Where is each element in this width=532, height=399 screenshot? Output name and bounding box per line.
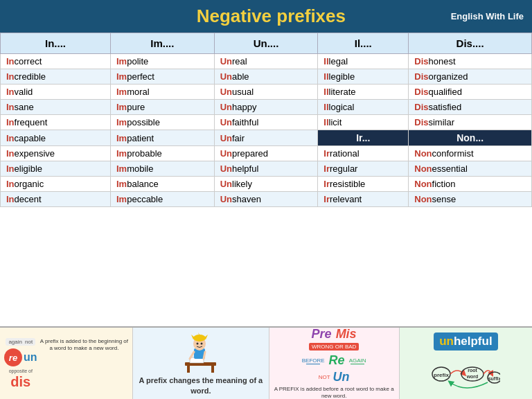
fp4-helpful: helpful	[454, 335, 493, 348]
table-section: In.... Im.... Un.... Il.... Dis.... Inco…	[0, 33, 532, 326]
fp3-again: AGAIN	[349, 357, 366, 364]
cell-incredible: Incredible	[1, 69, 111, 85]
footer: again not re un opposite of dis A prefix…	[0, 326, 532, 399]
cell-impolite: Impolite	[111, 54, 215, 69]
col-header-il: Il....	[318, 33, 409, 54]
fp3-not: NOT	[319, 374, 330, 380]
table-row: Ineligible Immobile Unhelpful Irregular …	[1, 161, 532, 177]
speech-not: not	[25, 339, 33, 345]
cell-illicit: Illicit	[318, 115, 409, 130]
col-header-un: Un....	[214, 33, 318, 54]
footer-panel-4: unhelpful prefix root word suffix	[400, 328, 532, 399]
cell-dishonest: Dishonest	[409, 54, 532, 69]
cell-illiterate: Illiterate	[318, 85, 409, 100]
svg-rect-1	[187, 366, 190, 373]
svg-text:prefix: prefix	[434, 372, 449, 378]
cell-invalid: Invalid	[1, 85, 111, 100]
cell-inorganic: Inorganic	[1, 177, 111, 192]
cell-imperfect: Imperfect	[111, 69, 215, 85]
re-circle: re	[4, 348, 22, 366]
table-row: Inorganic Imbalance Unlikely Irresistibl…	[1, 177, 532, 192]
speech-again: again	[8, 339, 22, 345]
col-header-ir: Ir...	[318, 130, 409, 146]
fp1-description: A prefix is added to the beginning of a …	[40, 338, 129, 353]
cell-insane: Insane	[1, 100, 111, 115]
svg-point-10	[197, 343, 199, 345]
col-header-im: Im....	[111, 33, 215, 54]
cell-impure: Impure	[111, 100, 215, 115]
col-header-in: In....	[1, 33, 111, 54]
cell-disorganized: Disorganized	[409, 69, 532, 85]
cell-unable: Unable	[214, 69, 318, 85]
cell-unhelpful: Unhelpful	[214, 161, 318, 177]
svg-text:word: word	[466, 374, 479, 379]
footer-panel-1: again not re un opposite of dis A prefix…	[0, 328, 133, 399]
cell-unhappy: Unhappy	[214, 100, 318, 115]
cell-irresistible: Irresistible	[318, 177, 409, 192]
table-row: Incredible Imperfect Unable Illegible Di…	[1, 69, 532, 85]
table-row: Indecent Impeccable Unshaven Irrelevant …	[1, 192, 532, 207]
cell-dissimilar: Dissimilar	[409, 115, 532, 130]
table-row: Invalid Immoral Unusual Illiterate Disqu…	[1, 85, 532, 100]
dis-label: dis	[10, 375, 30, 389]
fp3-before: BEFORE	[302, 357, 325, 364]
cell-irrelevant: Irrelevant	[318, 192, 409, 207]
cell-nonfiction: Nonfiction	[409, 177, 532, 192]
cell-unprepared: Unprepared	[214, 146, 318, 161]
col-header-dis: Dis....	[409, 33, 532, 54]
cell-improbable: Improbable	[111, 146, 215, 161]
fp3-mis: Mis	[336, 328, 357, 342]
cell-immobile: Immobile	[111, 161, 215, 177]
cell-immoral: Immoral	[111, 85, 215, 100]
opp-label: opposite of	[9, 369, 33, 373]
table-row: Inexpensive Improbable Unprepared Irrati…	[1, 146, 532, 161]
cell-nonessential: Nonessential	[409, 161, 532, 177]
cell-imbalance: Imbalance	[111, 177, 215, 192]
svg-text:root: root	[468, 368, 478, 373]
table-header-row: In.... Im.... Un.... Il.... Dis....	[1, 33, 532, 54]
cell-ineligible: Ineligible	[1, 161, 111, 177]
prefixes-table: In.... Im.... Un.... Il.... Dis.... Inco…	[0, 33, 532, 207]
cell-disqualified: Disqualified	[409, 85, 532, 100]
cell-nonsense: Nonsense	[409, 192, 532, 207]
un-label: un	[24, 351, 37, 364]
page-title: Negative prefixes	[91, 6, 451, 27]
fp3-desc: A PREFIX is added before a root word to …	[274, 386, 395, 399]
table-row: Insane Impure Unhappy Illogical Dissatis…	[1, 100, 532, 115]
cell-dissatisfied: Dissatisfied	[409, 100, 532, 115]
cell-illegible: Illegible	[318, 69, 409, 85]
fp3-wrong-bad: WRONG OR BAD	[309, 343, 359, 351]
cell-inexpensive: Inexpensive	[1, 146, 111, 161]
cell-indecent: Indecent	[1, 192, 111, 207]
cell-illogical: Illogical	[318, 100, 409, 115]
cell-incapable: Incapable	[1, 130, 111, 146]
cell-unfaithful: Unfaithful	[214, 115, 318, 130]
table-row-split: Incapable Impatient Unfair Ir... Non...	[1, 130, 532, 146]
fp3-re: Re	[329, 353, 345, 368]
table-row: Incorrect Impolite Unreal Illegal Dishon…	[1, 54, 532, 69]
cell-unreal: Unreal	[214, 54, 318, 69]
fp3-un: Un	[333, 370, 350, 384]
cell-illegal: Illegal	[318, 54, 409, 69]
header: Negative prefixes English With Life	[0, 0, 532, 33]
cell-infrequent: Infrequent	[1, 115, 111, 130]
cell-unshaven: Unshaven	[214, 192, 318, 207]
table-row: Infrequent Impossible Unfaithful Illicit…	[1, 115, 532, 130]
cell-impossible: Impossible	[111, 115, 215, 130]
cell-irregular: Irregular	[318, 161, 409, 177]
cell-incorrect: Incorrect	[1, 54, 111, 69]
footer-panel-2: A prefix changes the meaning of a word.	[133, 328, 269, 399]
fp3-pre: Pre	[312, 328, 332, 342]
cell-unusual: Unusual	[214, 85, 318, 100]
svg-line-13	[204, 352, 205, 359]
cell-nonconformist: Nonconformist	[409, 146, 532, 161]
footer-panel-3: Pre Mis WRONG OR BAD BEFORE Re AGAIN	[269, 328, 400, 399]
svg-point-11	[201, 343, 203, 345]
cell-impeccable: Impeccable	[111, 192, 215, 207]
svg-text:suffix: suffix	[488, 376, 500, 381]
cartoon-svg	[181, 331, 220, 373]
brand-label: English With Life	[451, 11, 524, 21]
fp4-un: un	[439, 335, 454, 348]
cell-unfair: Unfair	[214, 130, 318, 146]
cell-irrational: Irrational	[318, 146, 409, 161]
